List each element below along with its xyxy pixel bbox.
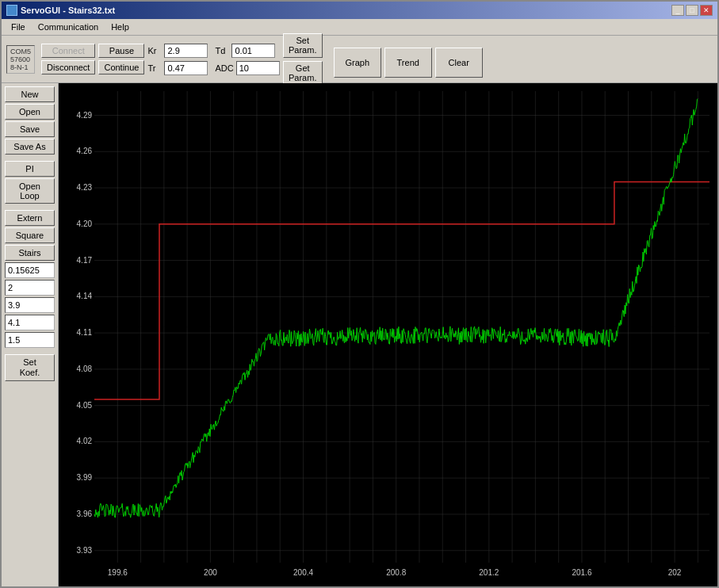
window-controls: _ □ ✕ xyxy=(671,5,713,16)
stairs-button[interactable]: Stairs xyxy=(5,245,55,261)
menu-file[interactable]: File xyxy=(5,21,32,33)
set-koef-button[interactable]: Set Koef. xyxy=(5,354,55,381)
toolbar: COM5 57600 8-N-1 Connect Disconnect Paus… xyxy=(2,36,717,83)
disconnect-button[interactable]: Disconnect xyxy=(41,60,95,74)
menubar: File Communication Help xyxy=(2,19,717,36)
stairs-input2[interactable] xyxy=(5,280,55,296)
chart-canvas xyxy=(59,83,717,586)
stairs-input1[interactable] xyxy=(5,262,55,278)
pi-button[interactable]: PI xyxy=(5,161,55,177)
minimize-button[interactable]: _ xyxy=(671,5,684,16)
window-title: ServoGUI - Stairs32.txt xyxy=(21,6,115,15)
td-label: Td xyxy=(215,46,229,55)
kr-label: Kr xyxy=(147,46,162,55)
adc-input[interactable] xyxy=(236,61,280,75)
menu-help[interactable]: Help xyxy=(105,21,136,33)
sidebar: New Open Save Save As PI Open Loop Exter… xyxy=(2,83,59,586)
chart-area xyxy=(59,83,717,586)
continue-button[interactable]: Continue xyxy=(98,60,144,74)
open-button[interactable]: Open xyxy=(5,104,55,120)
com-mode: 8-N-1 xyxy=(10,63,31,71)
extern-button[interactable]: Extern xyxy=(5,210,55,226)
title-bar: ServoGUI - Stairs32.txt _ □ ✕ xyxy=(2,2,717,19)
stairs-input3[interactable] xyxy=(5,297,55,313)
connect-button[interactable]: Connect xyxy=(41,44,95,58)
stairs-input4[interactable] xyxy=(5,315,55,330)
clear-button[interactable]: Clear xyxy=(435,48,483,78)
get-param-button[interactable]: Get Param. xyxy=(283,61,323,85)
new-button[interactable]: New xyxy=(5,86,55,102)
trend-button[interactable]: Trend xyxy=(384,48,432,78)
save-as-button[interactable]: Save As xyxy=(5,139,55,155)
close-button[interactable]: ✕ xyxy=(700,5,713,16)
tr-label: Tr xyxy=(147,63,162,73)
td-input[interactable] xyxy=(231,44,275,58)
square-button[interactable]: Square xyxy=(5,227,55,243)
maximize-button[interactable]: □ xyxy=(686,5,698,16)
kr-input[interactable] xyxy=(164,44,208,58)
menu-communication[interactable]: Communication xyxy=(32,21,105,33)
com-port: COM5 xyxy=(10,48,31,55)
save-button[interactable]: Save xyxy=(5,121,55,137)
graph-button[interactable]: Graph xyxy=(334,48,381,78)
main-area: New Open Save Save As PI Open Loop Exter… xyxy=(2,83,717,586)
open-loop-button[interactable]: Open Loop xyxy=(5,178,55,204)
tr-input[interactable] xyxy=(164,61,208,75)
com-info: COM5 57600 8-N-1 xyxy=(6,45,35,74)
stairs-input5[interactable] xyxy=(5,332,55,348)
pause-button[interactable]: Pause xyxy=(98,44,144,58)
set-param-button[interactable]: Set Param. xyxy=(283,33,323,57)
com-baud: 57600 xyxy=(10,55,31,63)
main-window: ServoGUI - Stairs32.txt _ □ ✕ File Commu… xyxy=(0,0,719,588)
adc-label: ADC xyxy=(215,63,233,73)
app-icon xyxy=(6,5,17,16)
